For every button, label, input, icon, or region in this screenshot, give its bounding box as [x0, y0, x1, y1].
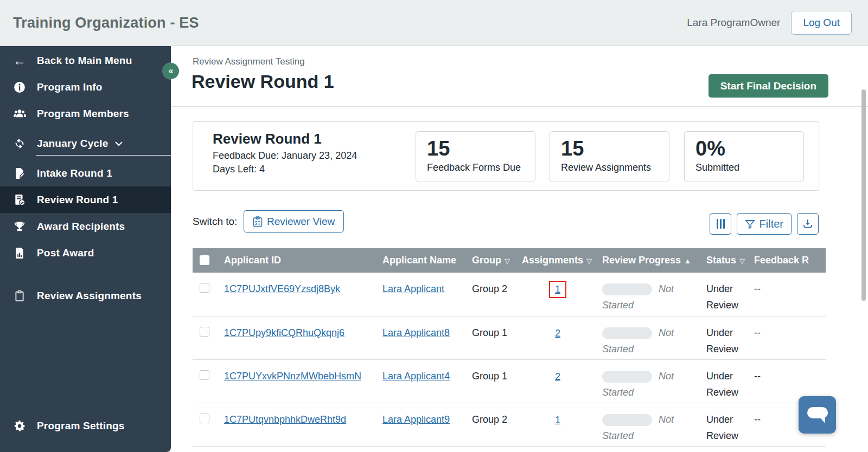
document-check-icon — [13, 193, 26, 206]
applicant-id-link[interactable]: 1C7PUJxtfVE69Yzsdj8Byk — [224, 283, 340, 294]
gear-icon — [13, 419, 26, 432]
table-header-row: Applicant ID Applicant Name Group▽ Assig… — [193, 248, 826, 273]
columns-icon — [717, 219, 725, 229]
applicant-name-link[interactable]: Lara Applicant — [382, 283, 444, 294]
sidebar-item-intake-round-1[interactable]: Intake Round 1 — [0, 160, 171, 186]
progress-bar — [602, 414, 652, 426]
clipboard-icon — [13, 289, 26, 302]
review-progress-cell: Not Started — [597, 403, 701, 446]
applicant-id-link[interactable]: 1C7PUpy9kfiCQRhuQkqnj6 — [224, 327, 344, 338]
round-summary-card: Review Round 1 Feedback Due: January 23,… — [193, 121, 819, 191]
sidebar-item-label: Intake Round 1 — [37, 167, 112, 179]
group-cell: Group 2 — [467, 273, 516, 316]
sidebar-item-award-recipients[interactable]: Award Recipients — [0, 213, 171, 240]
column-header-applicant-id: Applicant ID — [217, 248, 377, 273]
column-header-assignments[interactable]: Assignments▽ — [516, 248, 597, 273]
reviewer-view-button[interactable]: Reviewer View — [244, 210, 344, 233]
logout-button[interactable]: Log Out — [791, 11, 852, 35]
review-progress-cell: Not Started — [597, 359, 701, 403]
page-title: Review Round 1 — [192, 71, 334, 92]
column-header-group[interactable]: Group▽ — [467, 248, 516, 273]
sidebar-item-post-award[interactable]: Post Award — [0, 240, 171, 266]
row-checkbox[interactable] — [200, 283, 209, 293]
organization-title: Training Organization - ES — [13, 15, 199, 31]
group-cell: Group 1 — [467, 359, 516, 403]
chat-bubble-tail — [820, 418, 825, 423]
sidebar-item-label: Program Info — [37, 81, 103, 93]
assignments-link[interactable]: 2 — [555, 371, 560, 382]
stat-feedback-forms-due: 15 Feedback Forms Due — [416, 131, 535, 182]
user-name: Lara ProgramOwner — [687, 17, 780, 29]
trophy-icon — [13, 220, 26, 233]
feedback-due-text: Feedback Due: January 23, 2024 — [213, 149, 357, 163]
applicant-name-link[interactable]: Lara Applicant9 — [382, 414, 450, 425]
breadcrumb[interactable]: Review Assignment Testing — [193, 56, 305, 67]
sidebar-item-review-assignments[interactable]: Review Assignments — [0, 282, 171, 309]
sidebar-item-label: Back to Main Menu — [37, 55, 132, 67]
sort-down-icon: ▽ — [739, 257, 745, 265]
group-cell: Group 2 — [467, 403, 516, 446]
info-icon — [13, 81, 26, 94]
applicants-table: Applicant ID Applicant Name Group▽ Assig… — [193, 248, 826, 447]
status-cell: Under Review — [701, 273, 749, 316]
sidebar-item-cycle-selector[interactable]: January Cycle — [0, 130, 171, 157]
sidebar-item-review-round-1[interactable]: Review Round 1 — [0, 186, 171, 213]
stat-label: Feedback Forms Due — [427, 162, 535, 173]
applicant-name-link[interactable]: Lara Applicant8 — [382, 327, 450, 338]
filter-label: Filter — [760, 218, 783, 230]
people-icon — [13, 107, 26, 120]
download-button[interactable] — [797, 213, 819, 235]
sidebar-item-program-info[interactable]: Program Info — [0, 74, 171, 100]
table-row: 1C7PUpy9kfiCQRhuQkqnj6 Lara Applicant8 G… — [193, 316, 826, 359]
sidebar-item-label: Program Members — [37, 108, 129, 120]
annotation-highlight: 1 — [549, 281, 566, 298]
filter-funnel-icon — [745, 219, 755, 229]
stat-label: Submitted — [695, 162, 803, 173]
switch-to-label: Switch to: — [193, 216, 237, 228]
row-checkbox[interactable] — [200, 327, 209, 337]
assignments-link[interactable]: 1 — [555, 415, 560, 425]
download-icon — [802, 218, 813, 229]
filter-button[interactable]: Filter — [737, 213, 792, 235]
round-title: Review Round 1 — [213, 131, 357, 147]
applicant-name-link[interactable]: Lara Applicant4 — [382, 371, 450, 382]
assignments-link[interactable]: 1 — [555, 284, 560, 295]
sidebar-nav: ← Back to Main Menu Program Info Program… — [0, 46, 171, 452]
column-header-review-progress[interactable]: Review Progress▲ — [597, 248, 701, 273]
table-row: 1C7PUtqvnbphhkDweRht9d Lara Applicant9 G… — [193, 403, 826, 446]
sidebar-item-program-members[interactable]: Program Members — [0, 100, 171, 127]
sidebar-item-label: Review Round 1 — [37, 194, 118, 206]
arrow-left-icon: ← — [13, 54, 26, 67]
review-progress-cell: Not Started — [597, 273, 701, 316]
reviewer-view-label: Reviewer View — [267, 216, 335, 228]
select-all-checkbox[interactable] — [200, 255, 209, 265]
applicant-id-link[interactable]: 1C7PUYxvkPNnzMWbebHsmN — [224, 371, 361, 382]
column-header-feedback: Feedback R — [749, 248, 826, 273]
row-checkbox[interactable] — [200, 414, 209, 423]
status-cell: Under Review — [701, 403, 749, 446]
days-left-text: Days Left: 4 — [213, 163, 357, 176]
column-header-status[interactable]: Status▽ — [701, 248, 749, 273]
sidebar-item-program-settings[interactable]: Program Settings — [0, 412, 171, 439]
reviewer-view-icon — [253, 216, 263, 227]
sidebar-item-back-to-main-menu[interactable]: ← Back to Main Menu — [0, 47, 171, 74]
row-checkbox[interactable] — [200, 370, 209, 380]
sidebar-item-label: Award Recipients — [37, 221, 125, 233]
table-row: 1C7PUYxvkPNnzMWbebHsmN Lara Applicant4 G… — [193, 359, 826, 403]
document-edit-icon — [13, 167, 26, 180]
columns-button[interactable] — [710, 213, 731, 235]
vertical-scrollbar[interactable] — [861, 89, 866, 301]
column-header-applicant-name: Applicant Name — [377, 248, 467, 273]
group-cell: Group 1 — [467, 316, 516, 359]
sidebar-collapse-button[interactable]: « — [163, 63, 179, 79]
chat-widget-button[interactable] — [799, 396, 836, 434]
divider — [171, 106, 868, 107]
cycle-icon — [13, 137, 26, 150]
start-final-decision-button[interactable]: Start Final Decision — [709, 74, 828, 98]
applicant-id-link[interactable]: 1C7PUtqvnbphhkDweRht9d — [224, 414, 346, 425]
stat-review-assignments: 15 Review Assignments — [550, 131, 669, 182]
chat-bubble-icon — [807, 407, 828, 418]
assignments-link[interactable]: 2 — [555, 328, 560, 339]
top-header: Training Organization - ES Lara ProgramO… — [0, 0, 868, 46]
stat-value: 15 — [561, 137, 669, 161]
